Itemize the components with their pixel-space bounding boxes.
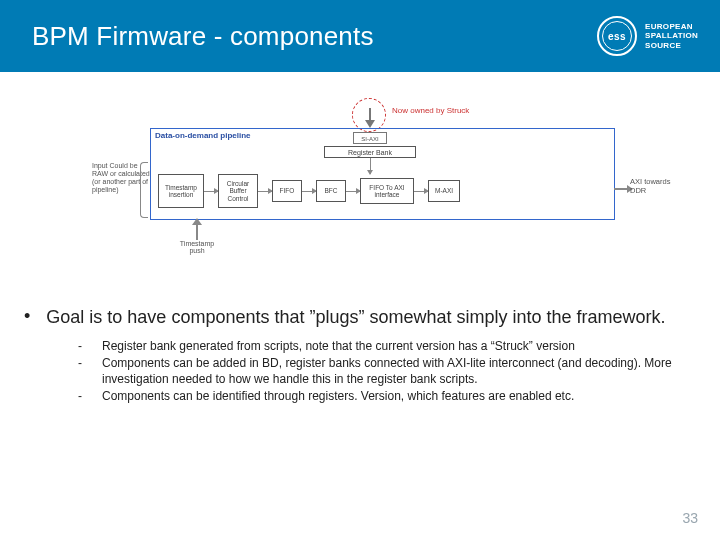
page-title: BPM Firmware - components (32, 21, 374, 52)
logo-line: SPALLATION (645, 31, 698, 41)
arrow-down-icon (370, 158, 371, 174)
logo-icon: ess (597, 16, 637, 56)
bfc-box: BFC (316, 180, 346, 202)
sub-text: Components can be added in BD, register … (102, 356, 696, 387)
timestamp-push-label: Timestamp push (172, 240, 222, 254)
maxi-box: M-AXI (428, 180, 460, 202)
pipeline-row: Timestamp insertion Circular Buffer Cont… (158, 174, 680, 208)
bullet-row: • Goal is to have components that ”plugs… (24, 306, 696, 329)
list-item: - Components can be identified through r… (78, 389, 696, 405)
arrow-right-icon (414, 191, 428, 192)
diagram: Now owned by Struck Data-on-demand pipel… (0, 90, 720, 290)
arrow-right-icon (302, 191, 316, 192)
sub-text: Register bank generated from scripts, no… (102, 339, 575, 355)
goal-text: Goal is to have components that ”plugs” … (46, 306, 665, 329)
circular-buffer-box: Circular Buffer Control (218, 174, 258, 208)
arrow-right-icon (346, 191, 360, 192)
body-content: • Goal is to have components that ”plugs… (24, 306, 696, 407)
sub-text: Components can be identified through reg… (102, 389, 574, 405)
logo-text: EUROPEAN SPALLATION SOURCE (645, 22, 698, 51)
brace-icon (140, 162, 148, 218)
axi-out-label: AXI towards DDR (630, 178, 684, 195)
register-bank-box: Register Bank (324, 146, 416, 158)
fifo-axi-box: FIFO To AXI interface (360, 178, 414, 204)
logo-line: SOURCE (645, 41, 698, 51)
annotation-text: Now owned by Struck (392, 106, 469, 115)
arrow-down-icon (365, 108, 375, 130)
sub-list: - Register bank generated from scripts, … (78, 339, 696, 405)
arrow-right-icon (258, 191, 272, 192)
arrow-right-icon (204, 191, 218, 192)
arrow-up-icon (192, 216, 202, 240)
fifo-box: FIFO (272, 180, 302, 202)
page-number: 33 (682, 510, 698, 526)
timestamp-box: Timestamp insertion (158, 174, 204, 208)
dash-icon: - (78, 356, 84, 387)
list-item: - Components can be added in BD, registe… (78, 356, 696, 387)
slaxi-box: SI-AXI (353, 132, 387, 144)
bullet-icon: • (24, 306, 30, 329)
list-item: - Register bank generated from scripts, … (78, 339, 696, 355)
pipeline-label: Data-on-demand pipeline (155, 131, 251, 140)
logo-line: EUROPEAN (645, 22, 698, 32)
slide-header: BPM Firmware - components ess EUROPEAN S… (0, 0, 720, 72)
org-logo: ess EUROPEAN SPALLATION SOURCE (597, 16, 698, 56)
dash-icon: - (78, 339, 84, 355)
dash-icon: - (78, 389, 84, 405)
